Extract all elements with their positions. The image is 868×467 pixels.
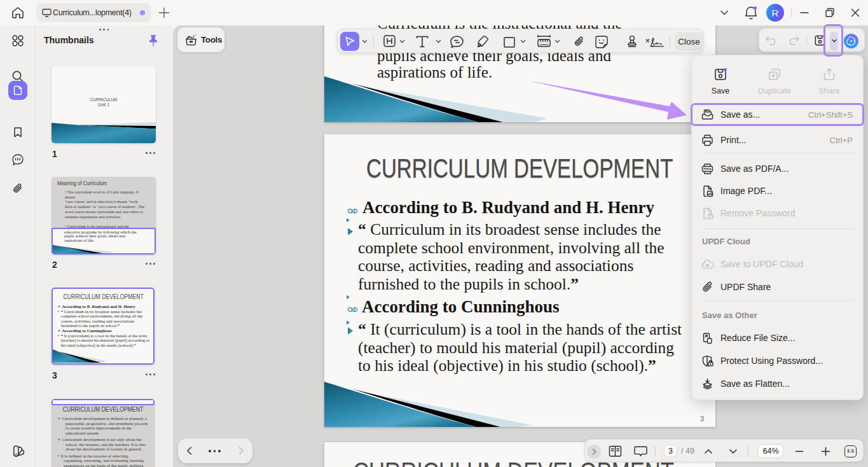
svg-text:PDF/A: PDF/A	[703, 167, 711, 171]
